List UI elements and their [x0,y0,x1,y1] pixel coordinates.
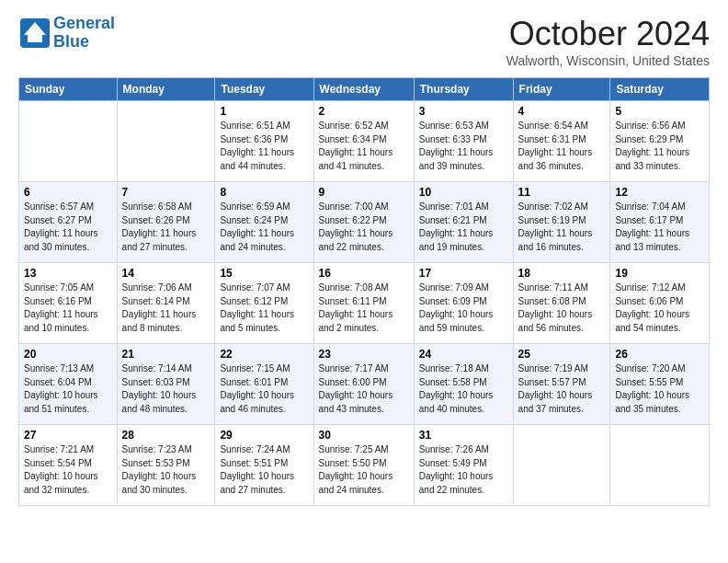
day-info: Sunrise: 7:07 AM Sunset: 6:12 PM Dayligh… [220,282,308,335]
day-info: Sunrise: 6:57 AM Sunset: 6:27 PM Dayligh… [24,201,112,254]
calendar-cell [19,101,118,182]
logo-text: General Blue [53,15,115,52]
day-info: Sunrise: 7:02 AM Sunset: 6:19 PM Dayligh… [518,201,606,254]
day-number: 19 [615,267,704,280]
page: General Blue October 2024 Walworth, Wisc… [0,0,728,515]
calendar-cell: 18Sunrise: 7:11 AM Sunset: 6:08 PM Dayli… [513,263,610,344]
day-info: Sunrise: 7:09 AM Sunset: 6:09 PM Dayligh… [419,282,508,335]
day-number: 25 [518,348,606,361]
day-info: Sunrise: 7:11 AM Sunset: 6:08 PM Dayligh… [518,282,606,335]
day-number: 3 [419,105,508,118]
calendar-cell: 1Sunrise: 6:51 AM Sunset: 6:36 PM Daylig… [215,101,313,182]
calendar-cell: 4Sunrise: 6:54 AM Sunset: 6:31 PM Daylig… [513,101,610,182]
day-info: Sunrise: 7:14 AM Sunset: 6:03 PM Dayligh… [122,362,210,416]
calendar-cell: 9Sunrise: 7:00 AM Sunset: 6:22 PM Daylig… [313,182,414,263]
day-info: Sunrise: 7:08 AM Sunset: 6:11 PM Dayligh… [319,282,409,335]
day-number: 1 [220,105,308,118]
calendar-cell: 2Sunrise: 6:52 AM Sunset: 6:34 PM Daylig… [313,101,414,182]
day-info: Sunrise: 7:15 AM Sunset: 6:01 PM Dayligh… [220,362,308,416]
calendar-week-row: 27Sunrise: 7:21 AM Sunset: 5:54 PM Dayli… [19,425,710,506]
day-number: 24 [419,348,508,361]
day-info: Sunrise: 7:26 AM Sunset: 5:49 PM Dayligh… [419,443,508,497]
day-number: 17 [419,267,508,280]
svg-rect-2 [28,35,42,42]
calendar-week-row: 13Sunrise: 7:05 AM Sunset: 6:16 PM Dayli… [19,263,710,344]
day-info: Sunrise: 7:21 AM Sunset: 5:54 PM Dayligh… [24,443,112,497]
calendar-cell: 17Sunrise: 7:09 AM Sunset: 6:09 PM Dayli… [414,263,513,344]
calendar-week-row: 1Sunrise: 6:51 AM Sunset: 6:36 PM Daylig… [19,101,710,182]
calendar-cell: 11Sunrise: 7:02 AM Sunset: 6:19 PM Dayli… [513,182,610,263]
calendar-week-row: 20Sunrise: 7:13 AM Sunset: 6:04 PM Dayli… [19,344,710,425]
day-number: 14 [122,267,210,280]
day-number: 21 [122,348,210,361]
calendar-cell: 15Sunrise: 7:07 AM Sunset: 6:12 PM Dayli… [215,263,313,344]
day-info: Sunrise: 7:05 AM Sunset: 6:16 PM Dayligh… [24,282,112,335]
day-of-week-header: Wednesday [313,78,414,101]
day-number: 7 [122,186,210,199]
calendar-cell: 3Sunrise: 6:53 AM Sunset: 6:33 PM Daylig… [414,101,513,182]
day-number: 5 [615,105,704,118]
calendar-cell: 26Sunrise: 7:20 AM Sunset: 5:55 PM Dayli… [610,344,710,425]
day-info: Sunrise: 6:54 AM Sunset: 6:31 PM Dayligh… [518,120,606,173]
calendar-cell [117,101,215,182]
day-number: 20 [24,348,112,361]
day-info: Sunrise: 6:52 AM Sunset: 6:34 PM Dayligh… [319,120,409,173]
logo-blue: Blue [53,32,89,51]
calendar-cell: 7Sunrise: 6:58 AM Sunset: 6:26 PM Daylig… [117,182,215,263]
day-info: Sunrise: 6:59 AM Sunset: 6:24 PM Dayligh… [220,201,308,254]
calendar-cell: 25Sunrise: 7:19 AM Sunset: 5:57 PM Dayli… [513,344,610,425]
calendar-week-row: 6Sunrise: 6:57 AM Sunset: 6:27 PM Daylig… [19,182,710,263]
day-number: 16 [319,267,409,280]
calendar-cell: 13Sunrise: 7:05 AM Sunset: 6:16 PM Dayli… [19,263,118,344]
day-info: Sunrise: 7:04 AM Sunset: 6:17 PM Dayligh… [615,201,704,254]
day-number: 29 [220,429,308,442]
calendar-cell: 24Sunrise: 7:18 AM Sunset: 5:58 PM Dayli… [414,344,513,425]
calendar-cell: 21Sunrise: 7:14 AM Sunset: 6:03 PM Dayli… [117,344,215,425]
day-info: Sunrise: 7:12 AM Sunset: 6:06 PM Dayligh… [615,282,704,335]
day-of-week-header: Tuesday [215,78,313,101]
calendar-cell: 14Sunrise: 7:06 AM Sunset: 6:14 PM Dayli… [117,263,215,344]
header: General Blue October 2024 Walworth, Wisc… [18,15,710,68]
day-number: 18 [518,267,606,280]
day-info: Sunrise: 6:51 AM Sunset: 6:36 PM Dayligh… [220,120,308,173]
day-of-week-header: Saturday [610,78,710,101]
calendar-cell: 28Sunrise: 7:23 AM Sunset: 5:53 PM Dayli… [117,425,215,506]
calendar-cell: 6Sunrise: 6:57 AM Sunset: 6:27 PM Daylig… [19,182,118,263]
calendar-header-row: SundayMondayTuesdayWednesdayThursdayFrid… [19,78,710,101]
calendar-cell: 27Sunrise: 7:21 AM Sunset: 5:54 PM Dayli… [19,425,118,506]
calendar: SundayMondayTuesdayWednesdayThursdayFrid… [18,77,710,506]
day-info: Sunrise: 6:53 AM Sunset: 6:33 PM Dayligh… [419,120,508,173]
day-info: Sunrise: 7:18 AM Sunset: 5:58 PM Dayligh… [419,362,508,416]
day-of-week-header: Monday [117,78,215,101]
calendar-cell: 20Sunrise: 7:13 AM Sunset: 6:04 PM Dayli… [19,344,118,425]
calendar-cell: 23Sunrise: 7:17 AM Sunset: 6:00 PM Dayli… [313,344,414,425]
day-number: 27 [24,429,112,442]
day-number: 9 [319,186,409,199]
day-number: 28 [122,429,210,442]
day-number: 13 [24,267,112,280]
logo-icon [18,17,51,50]
logo-general: General [53,14,115,32]
calendar-cell: 5Sunrise: 6:56 AM Sunset: 6:29 PM Daylig… [610,101,710,182]
day-number: 10 [419,186,508,199]
calendar-cell: 29Sunrise: 7:24 AM Sunset: 5:51 PM Dayli… [215,425,313,506]
day-number: 31 [419,429,508,442]
day-number: 26 [615,348,704,361]
day-of-week-header: Thursday [414,78,513,101]
day-number: 11 [518,186,606,199]
calendar-cell: 22Sunrise: 7:15 AM Sunset: 6:01 PM Dayli… [215,344,313,425]
day-number: 15 [220,267,308,280]
day-number: 2 [319,105,409,118]
day-info: Sunrise: 7:00 AM Sunset: 6:22 PM Dayligh… [319,201,409,254]
month-title: October 2024 [506,15,710,53]
day-number: 6 [24,186,112,199]
title-block: October 2024 Walworth, Wisconsin, United… [506,15,710,68]
calendar-cell [610,425,710,506]
day-info: Sunrise: 6:56 AM Sunset: 6:29 PM Dayligh… [615,120,704,173]
calendar-cell: 30Sunrise: 7:25 AM Sunset: 5:50 PM Dayli… [313,425,414,506]
day-info: Sunrise: 7:24 AM Sunset: 5:51 PM Dayligh… [220,443,308,497]
calendar-cell: 10Sunrise: 7:01 AM Sunset: 6:21 PM Dayli… [414,182,513,263]
day-number: 22 [220,348,308,361]
calendar-cell: 19Sunrise: 7:12 AM Sunset: 6:06 PM Dayli… [610,263,710,344]
day-info: Sunrise: 7:25 AM Sunset: 5:50 PM Dayligh… [319,443,409,497]
